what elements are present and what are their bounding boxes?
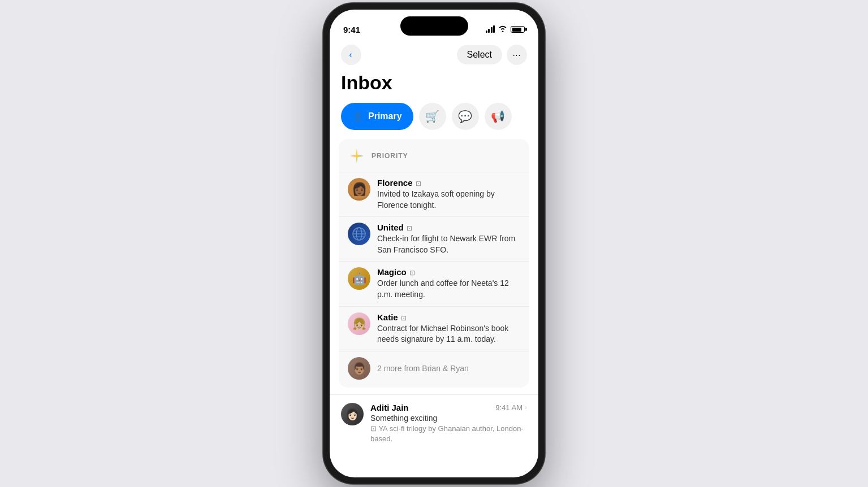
wifi-icon bbox=[498, 25, 507, 34]
email-time-aditi: 9:41 AM › bbox=[495, 403, 527, 412]
action-icon-magico: ⊡ bbox=[408, 269, 415, 277]
item-sender-katie: Katie bbox=[377, 312, 398, 322]
priority-item-florence[interactable]: 👩🏾 Florence ⊡ Invited to Izakaya soft op… bbox=[339, 172, 529, 216]
cart-icon: 🛒 bbox=[425, 110, 439, 123]
more-button[interactable]: ··· bbox=[507, 45, 527, 65]
action-icon-aditi: ⊡ bbox=[370, 424, 378, 433]
tab-primary-label: Primary bbox=[368, 111, 402, 121]
megaphone-icon: 📢 bbox=[491, 110, 505, 123]
signal-bars-icon bbox=[486, 26, 495, 33]
action-icon-katie: ⊡ bbox=[399, 314, 407, 322]
dynamic-island bbox=[400, 16, 468, 36]
bubble-icon: 💬 bbox=[458, 110, 472, 123]
priority-more-row[interactable]: 👨🏽 2 more from Brian & Ryan bbox=[339, 351, 529, 388]
priority-label: PRIORITY bbox=[372, 152, 408, 160]
battery-icon bbox=[511, 26, 525, 33]
phone-screen: 9:41 ‹ bbox=[330, 10, 538, 477]
item-content-florence: Florence ⊡ Invited to Izakaya soft openi… bbox=[377, 178, 520, 211]
avatar-united bbox=[348, 223, 370, 245]
item-preview-katie: Contract for Michael Robinson's book nee… bbox=[377, 323, 520, 345]
phone-frame: 9:41 ‹ bbox=[323, 3, 545, 484]
category-tabs: 👤 Primary 🛒 💬 📢 bbox=[330, 103, 538, 139]
email-content-aditi: Aditi Jain 9:41 AM › Something exciting … bbox=[370, 403, 527, 444]
tab-social[interactable]: 💬 bbox=[452, 103, 479, 130]
priority-sparkle-icon bbox=[348, 147, 366, 165]
avatar-florence: 👩🏾 bbox=[348, 178, 370, 201]
back-button[interactable]: ‹ bbox=[341, 45, 361, 65]
page-title: Inbox bbox=[330, 69, 538, 103]
priority-card: PRIORITY 👩🏾 Florence ⊡ Invited to Izakay… bbox=[339, 139, 529, 388]
avatar-aditi: 👩🏻 bbox=[341, 403, 364, 425]
avatar-more: 👨🏽 bbox=[348, 357, 370, 380]
chevron-right-icon: › bbox=[525, 403, 527, 411]
action-icon-florence: ⊡ bbox=[414, 180, 421, 188]
item-sender-magico: Magico bbox=[377, 267, 407, 277]
action-icon-united: ⊡ bbox=[405, 224, 412, 232]
item-sender-florence: Florence bbox=[377, 178, 413, 188]
item-sender-united: United bbox=[377, 223, 404, 232]
tab-updates[interactable]: 📢 bbox=[485, 103, 512, 130]
item-preview-florence: Invited to Izakaya soft opening by Flore… bbox=[377, 189, 520, 211]
item-preview-united: Check-in for flight to Newark EWR from S… bbox=[377, 233, 520, 255]
email-item-aditi[interactable]: 👩🏻 Aditi Jain 9:41 AM › Something exciti… bbox=[330, 394, 538, 452]
email-preview-aditi: ⊡ YA sci-fi trilogy by Ghanaian author, … bbox=[370, 424, 527, 444]
more-text: 2 more from Brian & Ryan bbox=[377, 364, 469, 373]
item-preview-magico: Order lunch and coffee for Neeta's 12 p.… bbox=[377, 278, 520, 300]
nav-bar: ‹ Select ··· bbox=[330, 40, 538, 69]
more-icon: ··· bbox=[513, 50, 521, 59]
priority-header: PRIORITY bbox=[339, 147, 529, 172]
scroll-content[interactable]: PRIORITY 👩🏾 Florence ⊡ Invited to Izakay… bbox=[330, 139, 538, 477]
priority-item-katie[interactable]: 👧🏼 Katie ⊡ Contract for Michael Robinson… bbox=[339, 306, 529, 351]
tab-shopping[interactable]: 🛒 bbox=[419, 103, 446, 130]
tab-primary[interactable]: 👤 Primary bbox=[341, 103, 413, 130]
select-button[interactable]: Select bbox=[457, 45, 502, 64]
item-content-united: United ⊡ Check-in for flight to Newark E… bbox=[377, 223, 520, 255]
status-time: 9:41 bbox=[343, 25, 360, 34]
status-icons bbox=[486, 25, 525, 34]
back-chevron-icon: ‹ bbox=[349, 50, 352, 60]
email-header-aditi: Aditi Jain 9:41 AM › bbox=[370, 403, 527, 412]
item-content-magico: Magico ⊡ Order lunch and coffee for Neet… bbox=[377, 267, 520, 300]
nav-actions: Select ··· bbox=[457, 45, 527, 65]
person-icon: 👤 bbox=[352, 111, 364, 122]
item-content-katie: Katie ⊡ Contract for Michael Robinson's … bbox=[377, 312, 520, 345]
avatar-katie: 👧🏼 bbox=[348, 312, 370, 335]
email-subject-aditi: Something exciting bbox=[370, 414, 527, 423]
priority-item-united[interactable]: United ⊡ Check-in for flight to Newark E… bbox=[339, 216, 529, 261]
email-sender-aditi: Aditi Jain bbox=[370, 403, 409, 412]
avatar-magico: 🤖 bbox=[348, 267, 370, 290]
priority-item-magico[interactable]: 🤖 Magico ⊡ Order lunch and coffee for Ne… bbox=[339, 261, 529, 306]
